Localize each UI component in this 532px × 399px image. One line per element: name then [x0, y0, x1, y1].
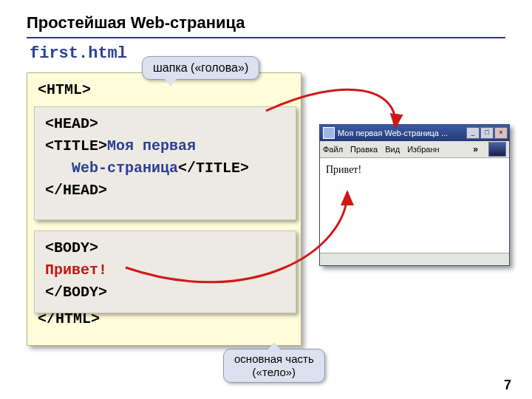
browser-statusbar [320, 253, 509, 265]
slide-title: Простейшая Web-страница [27, 13, 245, 33]
browser-menubar: Файл Правка Вид Избранн » [320, 141, 509, 158]
callout-head: шапка («голова») [142, 56, 259, 80]
code-body-text: Привет! [45, 259, 296, 282]
code-body-box: <BODY> Привет! </BODY> [34, 231, 296, 313]
title-rule [27, 37, 505, 38]
code-head-close: </HEAD> [45, 180, 296, 202]
code-title-line2: Web-страница</TITLE> [45, 157, 296, 180]
code-title-line1: <TITLE>Моя первая [45, 135, 296, 157]
code-body-close: </BODY> [45, 282, 296, 304]
menu-file[interactable]: Файл [323, 145, 343, 154]
filename-text: first.html [30, 44, 127, 63]
browser-content: Привет! [320, 158, 509, 182]
browser-window: Моя первая Web-страница ... _ □ × Файл П… [319, 124, 510, 266]
code-head-open: <HEAD> [45, 113, 296, 135]
browser-title-text: Моя первая Web-страница ... [338, 129, 466, 137]
page-number: 7 [504, 378, 511, 393]
maximize-button[interactable]: □ [480, 127, 494, 139]
code-body-open: <BODY> [45, 237, 296, 259]
callout-body: основная часть («тело») [223, 349, 325, 383]
minimize-button[interactable]: _ [466, 127, 480, 139]
code-head-box: <HEAD> <TITLE>Моя первая Web-страница</T… [34, 106, 296, 220]
menu-view[interactable]: Вид [385, 145, 400, 154]
browser-app-icon [323, 127, 335, 139]
menu-favorites[interactable]: Избранн [407, 145, 440, 154]
menu-overflow-icon[interactable]: » [473, 144, 478, 154]
close-button[interactable]: × [494, 127, 508, 139]
browser-logo-icon [488, 142, 506, 157]
menu-edit[interactable]: Правка [350, 145, 378, 154]
browser-titlebar: Моя первая Web-страница ... _ □ × [320, 125, 509, 141]
